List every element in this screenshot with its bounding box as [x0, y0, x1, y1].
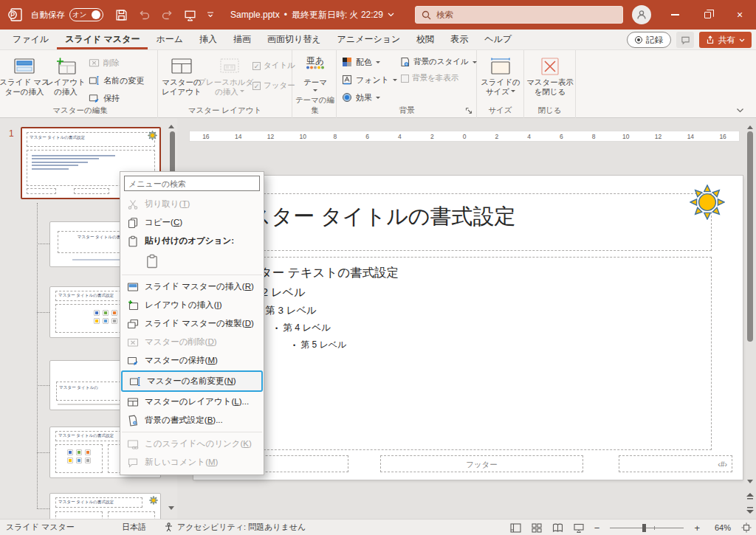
- menu-item-rename-master[interactable]: マスターの名前変更(N): [121, 370, 263, 392]
- status-accessibility[interactable]: アクセシビリティ: 問題ありません: [155, 522, 315, 533]
- bullet-icon: •: [275, 325, 278, 332]
- normal-view-icon[interactable]: [510, 523, 521, 533]
- body-bullet-line[interactable]: •第 4 レベル: [275, 322, 705, 334]
- person-icon: [636, 9, 647, 21]
- menu-search-input[interactable]: [128, 179, 255, 188]
- menu-item-label: 切り取り(T): [145, 199, 190, 210]
- ruler-number: 0: [448, 133, 481, 140]
- close-master-view-button[interactable]: マスター表示 を閉じる: [528, 53, 572, 96]
- ruler-number: 16: [707, 133, 739, 140]
- menu-item-paste-options[interactable]: 貼り付けのオプション:: [120, 232, 264, 250]
- reading-view-icon[interactable]: [552, 523, 563, 533]
- powerpoint-app-icon[interactable]: [7, 7, 24, 23]
- ribbon-tab-8[interactable]: 表示: [442, 30, 476, 49]
- body-placeholder[interactable]: •マスター テキストの書式設定•第 2 レベル•第 3 レベル•第 4 レベル•…: [216, 257, 712, 450]
- ribbon-tab-3[interactable]: 挿入: [191, 30, 225, 49]
- ribbon-tab-7[interactable]: 校閲: [408, 30, 442, 49]
- save-icon[interactable]: [115, 9, 128, 21]
- customize-qat-chevron-icon[interactable]: [207, 12, 214, 18]
- maximize-button[interactable]: [691, 0, 724, 30]
- redo-icon: [161, 9, 173, 21]
- autosave-toggle[interactable]: オン: [69, 8, 103, 21]
- collapse-ribbon-chevron-icon[interactable]: [736, 108, 744, 113]
- share-button[interactable]: 共有: [699, 32, 752, 48]
- account-avatar[interactable]: [632, 5, 651, 24]
- menu-separator: [122, 275, 262, 275]
- menu-item-duplicate-slide-master[interactable]: スライド マスターの複製(D): [120, 314, 264, 333]
- ribbon-tab-6[interactable]: アニメーション: [329, 30, 409, 49]
- minimize-icon: [671, 14, 679, 15]
- body-bullet-line[interactable]: •第 5 レベル: [293, 339, 705, 351]
- close-button[interactable]: ×: [724, 0, 756, 30]
- footer-placeholder[interactable]: フッター: [380, 455, 583, 472]
- slide-number-placeholder[interactable]: ‹#›: [619, 455, 732, 472]
- status-language[interactable]: 日本語: [113, 522, 155, 533]
- effects-button[interactable]: 効果: [342, 89, 397, 106]
- zoom-slider[interactable]: [610, 528, 684, 528]
- panel-scroll-up-icon[interactable]: [168, 122, 174, 128]
- undo-icon: [138, 9, 151, 21]
- body-bullet-line[interactable]: •第 2 レベル: [240, 286, 705, 300]
- zoom-in-button[interactable]: +: [694, 522, 700, 534]
- next-slide-icon[interactable]: [746, 506, 754, 514]
- menu-search-box[interactable]: [124, 176, 260, 191]
- editor-scrollbar-thumb[interactable]: [747, 131, 753, 342]
- editor-scroll-up-icon[interactable]: [747, 122, 753, 129]
- zoom-out-button[interactable]: −: [594, 522, 600, 534]
- ribbon: スライド マス ターの挿入 レイアウト の挿入 削除 名前の変更 保持 マスター…: [0, 50, 756, 118]
- ribbon-tab-2[interactable]: ホーム: [148, 30, 191, 49]
- master-layout-button[interactable]: マスターの レイアウト: [161, 53, 202, 96]
- editor-scroll-down-icon[interactable]: [747, 480, 753, 486]
- menu-item-insert-slide-master[interactable]: スライド マスターの挿入(R): [120, 277, 264, 296]
- fonts-button[interactable]: フォント: [342, 72, 397, 88]
- zoom-level[interactable]: 64%: [710, 523, 731, 532]
- colors-button[interactable]: 配色: [342, 54, 397, 70]
- rename-button[interactable]: 名前の変更: [89, 72, 144, 89]
- panel-scroll-down-icon[interactable]: [168, 506, 174, 513]
- insert-layout-button[interactable]: レイアウト の挿入: [46, 53, 86, 96]
- ruler-number: 14: [222, 133, 255, 140]
- background-styles-label: 背景のスタイル: [413, 57, 469, 67]
- background-styles-button[interactable]: 背景のスタイル: [399, 54, 477, 70]
- document-title[interactable]: Sample.pptx • 最終更新日時: 火 22:29: [230, 9, 394, 21]
- body-bullet-line[interactable]: •マスター テキストの書式設定: [227, 265, 705, 281]
- menu-item-format-background[interactable]: 背景の書式設定(B)...: [120, 411, 264, 429]
- fonts-icon: [342, 75, 352, 85]
- zoom-slider-thumb[interactable]: [642, 524, 646, 532]
- menu-item-master-layout[interactable]: マスターのレイアウト(L)...: [120, 393, 264, 411]
- preserve-button[interactable]: 保持: [89, 90, 144, 106]
- insert-slide-master-button[interactable]: スライド マス ターの挿入: [4, 53, 44, 96]
- ruler-number: 2: [416, 133, 448, 140]
- slide-size-button[interactable]: スライドの サイズ: [480, 53, 521, 96]
- ribbon-tab-4[interactable]: 描画: [225, 30, 259, 49]
- body-bullet-line[interactable]: •第 3 レベル: [258, 304, 705, 317]
- ribbon-tab-0[interactable]: ファイル: [4, 30, 57, 49]
- effects-label: 効果: [356, 92, 372, 103]
- thumbnail-comparison-layout[interactable]: マスター タイトルの書式設定: [49, 493, 161, 519]
- fit-slide-to-window-icon[interactable]: [741, 522, 752, 533]
- record-button[interactable]: 記録: [627, 32, 671, 48]
- previous-slide-icon[interactable]: [746, 493, 754, 500]
- ribbon-tab-1[interactable]: スライド マスター: [57, 30, 148, 49]
- menu-item-insert-layout[interactable]: レイアウトの挿入(I): [120, 296, 264, 314]
- close-master-view-icon: [540, 57, 560, 76]
- menu-item-copy[interactable]: コピー(C): [120, 213, 264, 232]
- ribbon-tab-9[interactable]: ヘルプ: [476, 30, 520, 49]
- ruler-number: 8: [577, 133, 610, 140]
- slideshow-view-icon[interactable]: [574, 523, 584, 533]
- themes-button[interactable]: 亜あ テーマ: [299, 53, 331, 94]
- menu-item-paste-option[interactable]: [120, 250, 264, 272]
- menu-item-preserve-master[interactable]: マスターの保持(M): [120, 351, 264, 370]
- layout-connector-stub: [37, 508, 49, 509]
- comments-button[interactable]: [676, 32, 694, 48]
- start-slideshow-icon[interactable]: [184, 9, 196, 21]
- slide-sorter-icon[interactable]: [532, 523, 542, 533]
- ribbon-tab-5[interactable]: 画面切り替え: [259, 30, 329, 49]
- search-box[interactable]: 検索: [415, 6, 623, 24]
- master-title-text[interactable]: マスター タイトルの書式設定: [227, 202, 516, 232]
- paste-icon: [145, 254, 159, 269]
- delete-label: 削除: [103, 58, 120, 69]
- minimize-button[interactable]: [659, 0, 691, 30]
- sun-shape[interactable]: [690, 184, 725, 220]
- document-status: 最終更新日時: 火 22:29: [292, 9, 383, 21]
